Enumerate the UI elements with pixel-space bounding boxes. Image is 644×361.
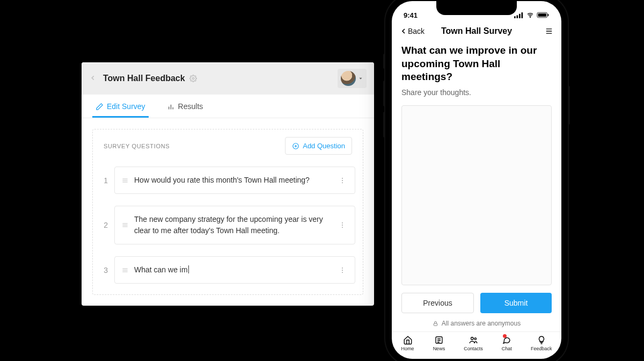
more-vertical-icon[interactable] <box>335 176 349 185</box>
svg-point-24 <box>342 270 343 271</box>
user-menu[interactable] <box>338 69 367 88</box>
phone-side-button <box>383 81 385 106</box>
tab-label: News <box>433 346 445 351</box>
signal-icon <box>514 12 524 18</box>
anonymous-text: All answers are anonymous <box>442 320 521 327</box>
tab-label: Chat <box>502 346 512 351</box>
question-text: What can we im <box>134 264 335 276</box>
phone-notch <box>436 1 517 15</box>
avatar <box>341 71 356 86</box>
tab-news[interactable]: News <box>433 335 445 351</box>
question-number: 3 <box>100 266 108 275</box>
home-icon <box>403 335 413 345</box>
tab-label: Edit Survey <box>107 102 145 111</box>
survey-hint: Share your thoughts. <box>401 88 552 97</box>
phone-side-button <box>383 54 385 69</box>
svg-point-23 <box>342 267 343 268</box>
battery-icon <box>537 12 550 18</box>
back-label: Back <box>408 27 425 35</box>
question-text: How would you rate this month's Town Hal… <box>134 175 335 186</box>
tab-home[interactable]: Home <box>401 335 414 351</box>
svg-point-17 <box>342 222 343 223</box>
editor-header: Town Hall Feedback <box>82 62 374 95</box>
more-vertical-icon[interactable] <box>335 266 349 275</box>
answer-textarea[interactable] <box>401 105 552 285</box>
tab-results[interactable]: Results <box>164 95 207 118</box>
add-question-label: Add Question <box>303 142 345 150</box>
svg-point-19 <box>342 227 343 228</box>
svg-point-11 <box>342 177 343 178</box>
question-row: 1 How would you rate this month's Town H… <box>100 167 355 194</box>
drag-handle-icon[interactable] <box>121 177 129 184</box>
svg-point-18 <box>342 225 343 226</box>
tab-chat[interactable]: Chat <box>502 335 512 351</box>
svg-point-13 <box>342 182 343 183</box>
svg-rect-28 <box>519 13 521 18</box>
more-vertical-icon[interactable] <box>335 221 349 229</box>
question-card[interactable]: What can we im <box>114 256 355 284</box>
wifi-icon <box>526 12 535 18</box>
phone-mockup: 9:41 Back Town Hall Survey <box>385 0 568 361</box>
question-row: 3 What can we im <box>100 256 355 284</box>
bar-chart-icon <box>167 103 175 111</box>
notification-badge <box>503 334 507 338</box>
question-number: 2 <box>100 221 108 229</box>
feedback-icon <box>537 335 546 345</box>
back-button[interactable]: Back <box>399 27 425 35</box>
survey-question: What can we improve in our upcoming Town… <box>401 44 552 84</box>
drag-handle-icon[interactable] <box>121 266 129 274</box>
svg-point-25 <box>342 272 343 273</box>
svg-point-0 <box>192 77 194 80</box>
svg-rect-29 <box>522 12 523 18</box>
svg-point-42 <box>471 337 473 340</box>
questions-container: SURVEY QUESTIONS Add Question 1 How woul… <box>92 129 363 295</box>
anonymous-note: All answers are anonymous <box>401 320 552 327</box>
tab-label: Results <box>178 102 203 111</box>
phone-side-button <box>568 86 570 125</box>
question-row: 2 The new company strategy for the upcom… <box>100 206 355 244</box>
question-card[interactable]: The new company strategy for the upcomin… <box>114 206 355 244</box>
add-question-button[interactable]: Add Question <box>285 137 352 155</box>
svg-rect-26 <box>514 16 516 18</box>
previous-button[interactable]: Previous <box>401 293 474 313</box>
question-number: 1 <box>100 176 108 185</box>
survey-editor-panel: Town Hall Feedback Edit Survey Results <box>82 62 374 306</box>
svg-point-30 <box>530 17 531 18</box>
phone-nav: Back Town Hall Survey <box>392 23 561 42</box>
hamburger-icon[interactable] <box>544 27 554 35</box>
status-time: 9:41 <box>404 11 418 19</box>
chevron-left-icon[interactable] <box>89 74 98 83</box>
lock-icon <box>433 321 438 327</box>
tab-label: Contacts <box>464 346 483 351</box>
page-title: Town Hall Feedback <box>103 74 185 83</box>
phone-content: What can we improve in our upcoming Town… <box>392 42 561 331</box>
news-icon <box>434 335 444 345</box>
section-title: SURVEY QUESTIONS <box>104 143 170 149</box>
tab-bar: Edit Survey Results <box>82 95 374 118</box>
question-card[interactable]: How would you rate this month's Town Hal… <box>114 167 355 194</box>
gear-icon[interactable] <box>189 75 197 82</box>
pencil-icon <box>96 103 104 111</box>
svg-rect-27 <box>517 15 518 18</box>
phone-screen: 9:41 Back Town Hall Survey <box>392 1 561 359</box>
submit-label: Submit <box>504 299 528 307</box>
tab-label: Home <box>401 346 414 351</box>
caret-down-icon <box>358 76 363 81</box>
svg-marker-1 <box>360 78 362 80</box>
phone-tabbar: Home News Contacts Chat <box>392 331 561 359</box>
svg-rect-33 <box>548 14 549 16</box>
svg-point-12 <box>342 180 343 181</box>
plus-circle-icon <box>292 142 299 150</box>
drag-handle-icon[interactable] <box>121 221 129 229</box>
submit-button[interactable]: Submit <box>480 293 552 313</box>
phone-side-button <box>383 112 385 138</box>
tab-contacts[interactable]: Contacts <box>464 335 483 351</box>
tab-edit-survey[interactable]: Edit Survey <box>92 95 149 118</box>
contacts-icon <box>469 335 478 345</box>
svg-rect-37 <box>434 323 437 326</box>
svg-point-43 <box>474 338 477 340</box>
tab-label: Feedback <box>531 346 552 351</box>
svg-rect-32 <box>538 13 546 17</box>
tab-feedback[interactable]: Feedback <box>531 335 552 351</box>
question-text: The new company strategy for the upcomin… <box>134 214 335 236</box>
